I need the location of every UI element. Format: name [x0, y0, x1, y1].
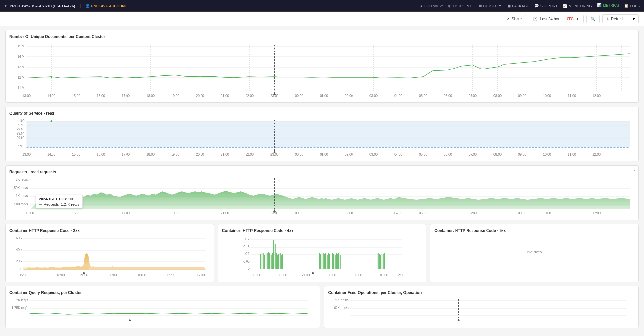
svg-rect-184 — [329, 254, 330, 269]
nav-logs[interactable]: 📋 LOGS — [624, 4, 640, 8]
svg-text:13:00: 13:00 — [22, 153, 31, 156]
refresh-dropdown-button[interactable]: ▼ — [629, 14, 639, 23]
svg-text:09:00: 09:00 — [518, 94, 526, 98]
nav-monitoring[interactable]: 📈 MONITORING — [563, 4, 592, 8]
svg-rect-183 — [328, 253, 329, 269]
nav-metrics[interactable]: 📊 METRICS — [597, 3, 619, 8]
svg-rect-190 — [338, 253, 339, 269]
qos-read-title: Quality of Service - read — [9, 111, 635, 115]
share-button[interactable]: ↗ Share — [502, 15, 526, 23]
qos-read-chart-area: 100 99.98 99.96 99.94 99.92 99.9 — [9, 118, 635, 157]
nav-package[interactable]: ▣ PACKAGE — [507, 4, 529, 8]
env-dropdown-arrow[interactable]: ▼ — [4, 4, 7, 8]
svg-rect-164 — [271, 255, 272, 269]
http-4xx-title: Container: HTTP Response Code - 4xx — [222, 228, 422, 233]
svg-text:17:00: 17:00 — [122, 94, 130, 98]
svg-rect-166 — [273, 240, 274, 269]
svg-text:1.50K req/s: 1.50K req/s — [11, 186, 28, 190]
svg-text:14 M: 14 M — [17, 55, 24, 58]
feed-ops-title: Container Feed Operations, per Cluster, … — [328, 290, 635, 295]
svg-text:60K ops/s: 60K ops/s — [334, 306, 348, 310]
support-icon: 💬 — [534, 4, 539, 8]
nav-overview[interactable]: ● OVERVIEW — [420, 4, 443, 8]
top-nav-left: ▼ PROD.AWS-US-EAST-1C (USE1A-AZ6) | 👤 EN… — [4, 4, 420, 8]
svg-rect-186 — [333, 254, 334, 269]
enclave-badge[interactable]: 👤 ENCLAVE ACCOUNT — [85, 4, 127, 8]
more-options-button[interactable]: ⋮ — [631, 166, 638, 172]
requests-chart-area: 2024-10-01 13:35:00 Requests 1.27K req/s… — [9, 177, 635, 216]
refresh-button[interactable]: ↻ Refresh — [602, 14, 629, 23]
nav-clusters[interactable]: ⊞ CLUSTERS — [479, 4, 502, 8]
zoom-button[interactable]: 🔍 — [586, 15, 600, 23]
svg-text:19:00: 19:00 — [171, 94, 179, 98]
svg-text:70K ops/s: 70K ops/s — [334, 298, 348, 302]
time-range-button[interactable]: 🕐 Last 24 hours UTC ▼ — [529, 15, 583, 23]
svg-text:18:00: 18:00 — [279, 273, 287, 277]
svg-point-36 — [51, 76, 52, 78]
svg-text:07:00: 07:00 — [469, 211, 477, 215]
svg-text:11 M: 11 M — [17, 86, 24, 90]
svg-text:15:00: 15:00 — [19, 273, 27, 277]
svg-rect-157 — [260, 254, 261, 269]
svg-text:06:00: 06:00 — [444, 94, 452, 98]
svg-rect-173 — [282, 254, 283, 269]
svg-rect-167 — [275, 244, 276, 269]
svg-marker-175 — [312, 271, 314, 274]
svg-text:09:00: 09:00 — [518, 153, 526, 156]
svg-text:10:00: 10:00 — [543, 153, 551, 156]
svg-text:100: 100 — [19, 119, 25, 123]
chevron-down-icon: ▼ — [632, 16, 636, 21]
svg-rect-168 — [276, 253, 277, 269]
unique-docs-title: Number Of Unique Documents, per Content … — [9, 34, 635, 39]
svg-text:21:00: 21:00 — [221, 153, 229, 156]
query-requests-chart: 2K req/s 1.75K req/s — [9, 298, 316, 324]
endpoints-icon: ◎ — [448, 4, 451, 8]
svg-text:500 req/s: 500 req/s — [14, 202, 28, 206]
svg-text:0.1: 0.1 — [245, 252, 250, 256]
svg-text:40 k: 40 k — [16, 248, 22, 252]
svg-text:1.75K req/s: 1.75K req/s — [12, 306, 28, 310]
unique-docs-chart-area: 15 M 14 M 13 M 12 M 11 M — [9, 41, 635, 99]
svg-text:12 M: 12 M — [17, 76, 24, 79]
svg-text:13 M: 13 M — [17, 65, 24, 69]
svg-text:60 k: 60 k — [16, 237, 22, 240]
svg-rect-176 — [319, 253, 320, 269]
svg-text:15:00: 15:00 — [72, 211, 80, 215]
svg-marker-211 — [129, 319, 131, 321]
svg-rect-188 — [336, 253, 337, 269]
env-label[interactable]: PROD.AWS-US-EAST-1C (USE1A-AZ6) — [10, 4, 75, 8]
svg-marker-218 — [457, 319, 460, 321]
refresh-group: ↻ Refresh ▼ — [602, 14, 639, 23]
svg-text:04:00: 04:00 — [394, 211, 402, 215]
svg-text:15:00: 15:00 — [72, 153, 80, 156]
svg-rect-177 — [320, 254, 321, 269]
svg-rect-195 — [382, 253, 382, 269]
query-requests-panel: Container Query Requests, per Cluster 2K… — [5, 286, 320, 328]
svg-text:08:00: 08:00 — [493, 153, 502, 156]
svg-text:99.92: 99.92 — [16, 136, 24, 140]
svg-text:1K req/s: 1K req/s — [16, 194, 28, 198]
svg-text:02:00: 02:00 — [345, 211, 353, 215]
qos-read-panel: Quality of Service - read 100 99.98 99.9… — [5, 107, 639, 161]
svg-text:99.96: 99.96 — [16, 128, 24, 131]
bottom-charts-row: Container Query Requests, per Cluster 2K… — [5, 286, 639, 328]
svg-text:10:00: 10:00 — [543, 94, 551, 98]
http-2xx-chart: 60 k 40 k 20 k 0 — [9, 236, 210, 278]
svg-text:20:00: 20:00 — [196, 94, 204, 98]
feed-ops-chart: 70K ops/s 60K ops/s — [328, 298, 635, 324]
main-content: Number Of Unique Documents, per Content … — [0, 26, 644, 336]
nav-endpoints[interactable]: ◎ ENDPOINTS — [448, 4, 473, 8]
svg-rect-196 — [383, 254, 384, 269]
svg-text:12:00: 12:00 — [396, 273, 404, 277]
svg-text:12:00: 12:00 — [592, 153, 601, 156]
clock-icon: 🕐 — [533, 17, 538, 21]
svg-text:17:00: 17:00 — [122, 153, 130, 156]
svg-text:00:00: 00:00 — [109, 273, 117, 277]
package-icon: ▣ — [507, 4, 511, 8]
toolbar: ↗ Share 🕐 Last 24 hours UTC ▼ 🔍 ↻ Refres… — [0, 12, 644, 26]
svg-text:15:00: 15:00 — [253, 273, 261, 277]
nav-support[interactable]: 💬 SUPPORT — [534, 4, 558, 8]
svg-rect-185 — [332, 253, 333, 269]
top-nav-right: ● OVERVIEW ◎ ENDPOINTS ⊞ CLUSTERS ▣ PACK… — [420, 3, 640, 8]
svg-text:19:00: 19:00 — [171, 211, 179, 215]
